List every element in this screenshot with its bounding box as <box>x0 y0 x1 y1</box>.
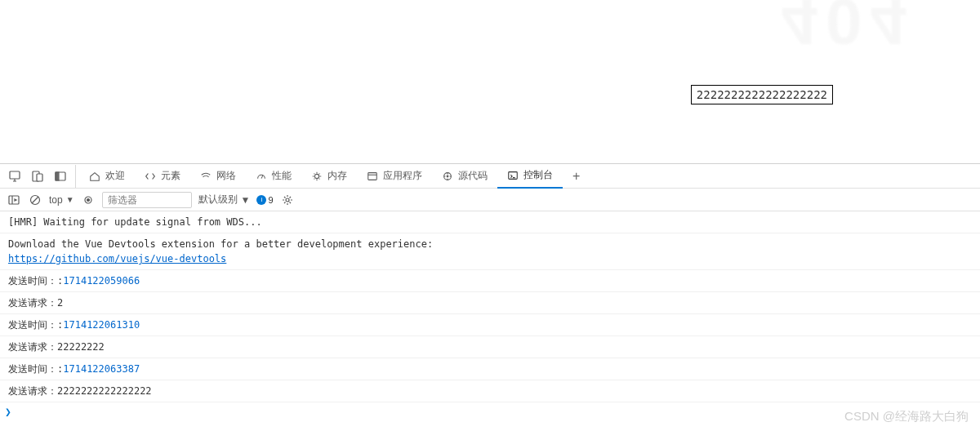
console-message: 发送时间：: 1714122063387 <box>0 358 980 380</box>
console-message: Download the Vue Devtools extension for … <box>0 233 980 270</box>
log-label: 发送时间：: <box>8 273 63 288</box>
tab-label: 内存 <box>327 169 347 183</box>
svg-rect-6 <box>368 172 377 180</box>
page-content: 404 2222222222222222222 <box>0 0 980 163</box>
svg-point-5 <box>314 174 318 178</box>
device-toggle-icon[interactable] <box>26 165 49 188</box>
log-label: 发送时间：: <box>8 362 63 376</box>
watermark-text: CSDN @经海路大白狗 <box>844 409 969 424</box>
svg-point-14 <box>286 198 289 202</box>
log-value: 22222222 <box>57 340 105 354</box>
sidebar-toggle-icon[interactable] <box>7 193 21 207</box>
console-icon <box>507 170 519 181</box>
tab-memory[interactable]: 内存 <box>301 164 357 189</box>
tab-label: 性能 <box>272 169 292 183</box>
console-prompt[interactable]: ❯ <box>0 402 980 421</box>
code-icon <box>145 171 156 182</box>
add-tab-button[interactable]: + <box>563 169 590 184</box>
tab-label: 源代码 <box>458 169 488 183</box>
text-input[interactable]: 2222222222222222222 <box>691 85 833 104</box>
settings-icon[interactable] <box>280 193 295 207</box>
console-message: 发送请求： 2222222222222222 <box>0 380 980 402</box>
clear-console-icon[interactable] <box>28 193 42 207</box>
memory-icon <box>311 171 323 182</box>
devtools-panel: 欢迎 元素 网络 性能 内存 应用程序 源代码 控制台 + <box>0 163 980 421</box>
log-label: 发送时间：: <box>8 318 63 332</box>
tab-label: 元素 <box>161 169 180 183</box>
live-expression-icon[interactable] <box>81 193 96 207</box>
tab-performance[interactable]: 性能 <box>246 164 301 189</box>
badge-count: 9 <box>268 195 273 205</box>
log-text: Download the Vue Devtools extension for … <box>8 238 972 266</box>
wifi-icon <box>200 171 212 182</box>
tab-label: 应用程序 <box>383 169 422 183</box>
console-output: [HMR] Waiting for update signal from WDS… <box>0 211 980 421</box>
console-toolbar: top ▼ 默认级别 ▼ i 9 <box>0 189 980 211</box>
log-label: 发送请求： <box>8 295 57 310</box>
log-label: 发送请求： <box>8 384 57 398</box>
tab-console[interactable]: 控制台 <box>497 164 563 189</box>
dock-side-icon[interactable] <box>49 165 72 188</box>
log-value: 2 <box>57 295 63 310</box>
context-dropdown[interactable]: top ▼ <box>49 194 74 206</box>
source-icon <box>442 171 453 182</box>
tab-network[interactable]: 网络 <box>190 164 246 189</box>
tab-sources[interactable]: 源代码 <box>432 164 497 189</box>
tab-label: 欢迎 <box>105 169 125 183</box>
level-label: 默认级别 <box>198 193 238 207</box>
devtools-left-controls <box>3 165 76 188</box>
tab-welcome[interactable]: 欢迎 <box>79 164 135 189</box>
tab-label: 控制台 <box>523 168 553 182</box>
log-value: 1714122061310 <box>63 318 140 332</box>
svg-rect-4 <box>56 172 59 180</box>
svg-point-13 <box>87 198 89 201</box>
filter-input[interactable] <box>102 192 192 208</box>
log-level-dropdown[interactable]: 默认级别 ▼ <box>198 193 251 207</box>
log-value: 1714122059066 <box>63 273 140 288</box>
gauge-icon <box>256 171 267 182</box>
console-message: [HMR] Waiting for update signal from WDS… <box>0 211 980 233</box>
svg-point-8 <box>447 176 448 177</box>
console-message: 发送请求： 22222222 <box>0 336 980 358</box>
issues-badge[interactable]: i 9 <box>256 195 273 205</box>
inspect-icon[interactable] <box>3 165 26 188</box>
console-message: 发送时间：: 1714122061310 <box>0 314 980 336</box>
log-value: 2222222222222222 <box>57 384 152 398</box>
caret-down-icon: ▼ <box>241 194 251 206</box>
svg-rect-0 <box>10 171 20 179</box>
context-label: top <box>49 194 63 206</box>
svg-rect-2 <box>37 174 42 181</box>
vue-devtools-link[interactable]: https://github.com/vuejs/vue-devtools <box>8 253 226 264</box>
info-dot-icon: i <box>256 195 266 205</box>
tab-label: 网络 <box>216 169 236 183</box>
caret-down-icon: ▼ <box>66 195 74 204</box>
tab-elements[interactable]: 元素 <box>135 164 190 189</box>
home-icon <box>89 171 100 182</box>
tab-application[interactable]: 应用程序 <box>357 164 432 189</box>
app-icon <box>367 171 378 182</box>
devtools-tabbar: 欢迎 元素 网络 性能 内存 应用程序 源代码 控制台 + <box>0 164 980 189</box>
background-404-text: 404 <box>782 0 915 59</box>
log-label: 发送请求： <box>8 340 57 354</box>
console-message: 发送请求： 2 <box>0 292 980 314</box>
console-message: 发送时间：: 1714122059066 <box>0 270 980 292</box>
log-text: [HMR] Waiting for update signal from WDS… <box>8 215 262 229</box>
log-value: 1714122063387 <box>63 362 140 376</box>
